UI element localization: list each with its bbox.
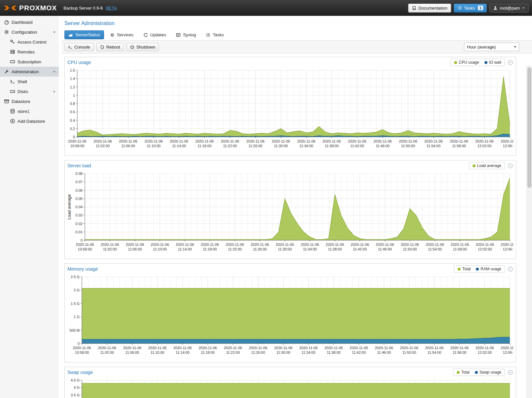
proxmox-logo[interactable]: PROXMOX [3, 4, 57, 12]
tab-serverstatus[interactable]: ServerStatus [64, 30, 104, 39]
chevron-down-icon [514, 46, 516, 48]
sidebar-item-add-datastore[interactable]: Add Datastore [0, 116, 59, 126]
legend-item[interactable]: Total [457, 370, 470, 375]
svg-text:Load average: Load average [67, 194, 72, 220]
sidebar-item-disks[interactable]: Disks [0, 86, 59, 96]
svg-text:11:54:00: 11:54:00 [427, 350, 441, 354]
svg-text:11:42:00: 11:42:00 [352, 350, 366, 354]
documentation-button[interactable]: Documentation [408, 4, 451, 13]
legend-dot [457, 371, 460, 374]
legend-item[interactable]: IO wait [484, 60, 501, 65]
svg-text:11:10:00: 11:10:00 [151, 350, 164, 354]
vertical-scrollbar[interactable] [526, 65, 532, 398]
tab-updates[interactable]: Updates [139, 30, 170, 39]
sidebar-item-access-control[interactable]: Access Control [0, 37, 59, 47]
sidebar-item-label: Disks [18, 89, 28, 94]
collapse-icon[interactable] [508, 163, 513, 169]
hdd-icon [10, 89, 15, 94]
svg-text:2020-11-06: 2020-11-06 [401, 243, 419, 247]
tasks-button[interactable]: Tasks 1 [454, 4, 487, 13]
tab-tasks[interactable]: Tasks [202, 30, 228, 39]
svg-text:2020-11-06: 2020-11-06 [93, 139, 112, 143]
svg-text:2020-11-06: 2020-11-06 [249, 346, 267, 350]
legend-item[interactable]: Load average [473, 163, 501, 168]
svg-text:11:18:00: 11:18:00 [203, 247, 217, 251]
panel-cpu-usage: CPU usage CPU usageIO wait 00.20.40.60.8… [64, 57, 516, 156]
reboot-button[interactable]: Reboot [96, 43, 124, 51]
svg-text:2020-11-06: 2020-11-06 [373, 139, 392, 143]
chevron-down-icon[interactable] [53, 30, 56, 34]
svg-text:11:10:00: 11:10:00 [153, 247, 167, 251]
svg-text:11:38:00: 11:38:00 [327, 350, 340, 354]
collapse-icon[interactable] [508, 370, 513, 375]
svg-text:11:54:00: 11:54:00 [427, 144, 441, 148]
svg-text:0: 0 [78, 342, 80, 346]
sidebar-item-remotes[interactable]: Remotes [0, 47, 59, 57]
svg-text:0.05: 0.05 [76, 197, 83, 201]
legend-item[interactable]: RAM usage [476, 267, 501, 271]
svg-text:2020-11-06: 2020-11-06 [301, 243, 319, 247]
svg-text:11:10:00: 11:10:00 [147, 144, 160, 148]
svg-text:11:58:00: 11:58:00 [452, 144, 466, 148]
scrollbar-thumb[interactable] [527, 67, 531, 188]
timeframe-select[interactable]: Hour (average) [464, 43, 519, 51]
collapse-icon[interactable] [508, 60, 513, 65]
svg-text:2020-11-06: 2020-11-06 [170, 139, 188, 143]
chevron-down-icon[interactable] [53, 70, 56, 74]
svg-text:2020-11-06: 2020-11-06 [476, 243, 494, 247]
svg-text:2020-11-06: 2020-11-06 [476, 346, 494, 350]
sidebar-item-shell[interactable]: Shell [0, 77, 59, 86]
area-chart-icon [68, 33, 73, 37]
gears-icon [110, 33, 115, 37]
svg-text:11:34:00: 11:34:00 [301, 350, 315, 354]
svg-text:2020-11-06: 2020-11-06 [73, 346, 91, 350]
svg-text:0: 0 [73, 135, 75, 139]
chart-legend: CPU usageIO wait [450, 59, 505, 66]
server-load-chart: 00.010.020.030.040.050.060.070.082020-11… [67, 171, 513, 257]
terminal-icon [10, 79, 15, 84]
svg-text:2020-11-06: 2020-11-06 [101, 243, 119, 247]
status-toolbar: Console Reboot Shutdown Hour (average) [62, 41, 532, 53]
svg-text:0.04: 0.04 [76, 205, 83, 209]
collapse-icon[interactable] [508, 266, 513, 272]
sidebar-item-subscription[interactable]: Subscription [0, 57, 59, 67]
svg-text:1.2: 1.2 [70, 85, 75, 89]
sidebar-item-store1[interactable]: store1 [0, 106, 59, 116]
svg-text:11:30:00: 11:30:00 [274, 144, 288, 148]
sidebar-item-configuration[interactable]: Configuration [0, 27, 59, 37]
panel-title: Server load [67, 163, 91, 168]
sidebar-item-dashboard[interactable]: Dashboard [0, 17, 59, 27]
svg-text:2020-11-06: 2020-11-06 [501, 346, 513, 350]
svg-text:2020-11-06: 2020-11-06 [151, 243, 169, 247]
sidebar-item-label: store1 [18, 109, 29, 114]
chevron-right-icon[interactable] [53, 90, 56, 93]
tab-syslog[interactable]: Syslog [172, 30, 200, 39]
svg-text:2020-11-06: 2020-11-06 [176, 243, 194, 247]
svg-text:11:02:00: 11:02:00 [100, 350, 114, 354]
svg-text:1: 1 [73, 93, 75, 97]
svg-text:11:34:00: 11:34:00 [303, 247, 317, 251]
svg-text:12:02:00: 12:02:00 [478, 350, 492, 354]
legend-item[interactable]: Total [458, 267, 471, 271]
sidebar-item-datastore[interactable]: Datastore [0, 96, 59, 106]
user-menu-button[interactable]: root@pam [489, 4, 529, 13]
console-button[interactable]: Console [64, 43, 94, 51]
svg-text:2020-11-06: 2020-11-06 [501, 243, 513, 247]
sidebar-splitter[interactable] [59, 16, 62, 398]
svg-text:2020-11-06: 2020-11-06 [119, 139, 137, 143]
legend-item[interactable]: CPU usage [454, 60, 479, 65]
svg-text:2020-11-06: 2020-11-06 [501, 139, 513, 143]
shutdown-button[interactable]: Shutdown [126, 43, 159, 51]
svg-text:2020-11-06: 2020-11-06 [475, 139, 493, 143]
tab-services[interactable]: Services [106, 30, 137, 39]
svg-text:11:18:00: 11:18:00 [201, 350, 215, 354]
svg-text:2020-11-06: 2020-11-06 [276, 243, 294, 247]
svg-text:11:06:00: 11:06:00 [121, 144, 135, 148]
sidebar-item-administration[interactable]: Administration [0, 67, 59, 77]
server-icon [10, 49, 15, 54]
undo-icon [100, 45, 104, 49]
svg-text:2020-11-06: 2020-11-06 [68, 139, 86, 143]
svg-text:12:02:00: 12:02:00 [477, 144, 491, 148]
beta-link[interactable]: BETA [106, 6, 117, 11]
legend-item[interactable]: Swap usage [475, 370, 501, 375]
